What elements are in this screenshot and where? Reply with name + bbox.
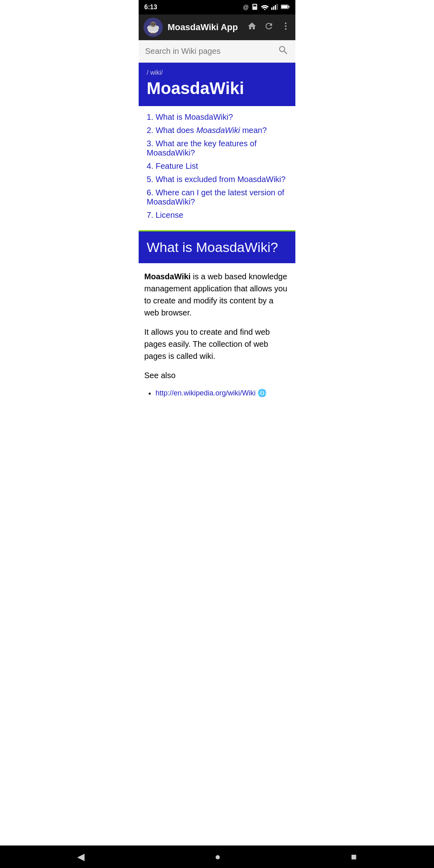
list-item: http://en.wikipedia.org/wiki/Wiki 🌐 (156, 389, 290, 397)
list-item: 1. What is MoasdaWiki? (147, 113, 287, 122)
section-title: What is MoasdaWiki? (147, 240, 287, 255)
toc-link-2[interactable]: 2. What does MoasdaWiki mean? (147, 126, 287, 135)
paragraph-1: MoasdaWiki is a web based knowledge mana… (144, 270, 290, 319)
breadcrumb: / wiki/ (147, 69, 287, 76)
toc-link-1[interactable]: 1. What is MoasdaWiki? (147, 113, 287, 122)
see-also-list: http://en.wikipedia.org/wiki/Wiki 🌐 (144, 389, 290, 397)
section-header: What is MoasdaWiki? (139, 231, 295, 263)
svg-rect-24 (153, 33, 154, 35)
toc-link-7[interactable]: 7. License (147, 211, 287, 220)
svg-point-15 (153, 28, 157, 32)
table-of-contents: 1. What is MoasdaWiki? 2. What does Moas… (139, 106, 295, 231)
app-bar-actions (247, 21, 291, 33)
svg-point-17 (151, 23, 153, 25)
content-area: MoasdaWiki is a web based knowledge mana… (139, 263, 295, 407)
app-logo (143, 18, 163, 37)
wikipedia-link[interactable]: http://en.wikipedia.org/wiki/Wiki (156, 389, 256, 397)
status-time: 6:13 (144, 4, 157, 11)
list-item: 6. Where can I get the latest version of… (147, 188, 287, 207)
at-icon: @ (243, 4, 249, 10)
svg-rect-5 (275, 5, 276, 10)
search-bar (139, 40, 295, 63)
svg-rect-25 (155, 33, 156, 35)
toc-link-6[interactable]: 6. Where can I get the latest version of… (147, 188, 287, 207)
svg-point-27 (285, 25, 287, 27)
list-item: 2. What does MoasdaWiki mean? (147, 126, 287, 135)
svg-rect-6 (277, 4, 278, 10)
bold-brand-name: MoasdaWiki (144, 272, 190, 281)
toc-link-5[interactable]: 5. What is excluded from MoasdaWiki? (147, 175, 287, 184)
main-content: / wiki/ MoasdaWiki 1. What is MoasdaWiki… (139, 63, 295, 431)
list-item: 3. What are the key features of MoasdaWi… (147, 139, 287, 158)
search-icon[interactable] (278, 45, 289, 58)
svg-rect-3 (271, 7, 272, 10)
svg-point-14 (149, 28, 153, 32)
list-item: 4. Feature List (147, 162, 287, 171)
toc-link-4[interactable]: 4. Feature List (147, 162, 287, 171)
home-icon[interactable] (247, 21, 257, 33)
wiki-title: MoasdaWiki (147, 79, 287, 98)
svg-point-18 (154, 23, 155, 25)
battery-icon (281, 4, 290, 11)
status-icons: @ (243, 3, 290, 12)
refresh-icon[interactable] (264, 21, 274, 33)
svg-rect-8 (281, 5, 288, 8)
svg-rect-1 (253, 4, 256, 6)
sim-icon (251, 3, 258, 12)
svg-point-28 (285, 28, 287, 30)
globe-icon: 🌐 (258, 389, 266, 397)
signal-icon (271, 4, 278, 11)
list-item: 5. What is excluded from MoasdaWiki? (147, 175, 287, 184)
svg-rect-23 (150, 33, 151, 35)
wifi-icon (261, 4, 269, 11)
svg-point-2 (264, 9, 265, 10)
toc-link-3[interactable]: 3. What are the key features of MoasdaWi… (147, 139, 287, 158)
svg-rect-9 (289, 6, 289, 8)
see-also-label: See also (144, 369, 290, 381)
svg-rect-4 (273, 6, 274, 10)
status-bar: 6:13 @ (139, 0, 295, 14)
app-title: MoasdaWiki App (168, 22, 247, 33)
paragraph-2: It allows you to create and find web pag… (144, 326, 290, 362)
app-bar: MoasdaWiki App (139, 14, 295, 40)
wiki-header: / wiki/ MoasdaWiki (139, 63, 295, 106)
more-vert-icon[interactable] (281, 21, 291, 33)
search-input[interactable] (145, 47, 278, 56)
svg-point-26 (285, 23, 287, 24)
list-item: 7. License (147, 211, 287, 220)
